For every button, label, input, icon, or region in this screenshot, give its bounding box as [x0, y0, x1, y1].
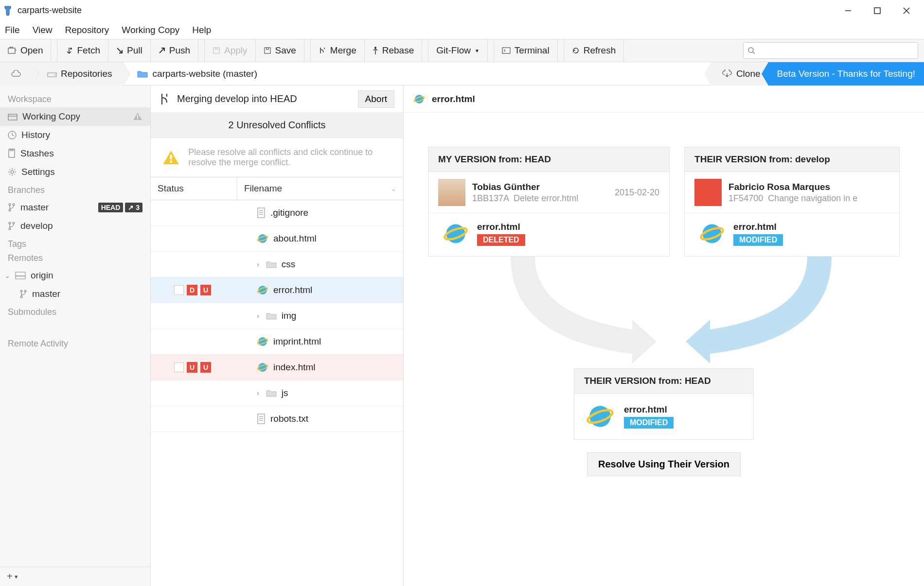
- file-name: img: [282, 310, 297, 321]
- menu-help[interactable]: Help: [192, 25, 211, 35]
- apply-button[interactable]: Apply: [204, 39, 256, 62]
- sidebar-remote-origin[interactable]: ⌄ origin: [0, 266, 150, 285]
- menu-file[interactable]: File: [5, 25, 20, 35]
- terminal-button[interactable]: Terminal: [494, 39, 558, 62]
- remote-icon: [15, 272, 26, 279]
- branch-icon: [8, 222, 16, 230]
- svg-point-22: [13, 204, 15, 206]
- clone-button[interactable]: Clone: [711, 62, 768, 86]
- checkbox[interactable]: [174, 362, 184, 372]
- rebase-icon: [373, 47, 378, 54]
- push-button[interactable]: Push: [151, 39, 198, 62]
- file-name: about.html: [273, 233, 317, 244]
- crumb-repositories[interactable]: Repositories: [33, 62, 124, 86]
- col-filename[interactable]: Filename⌄: [237, 177, 403, 200]
- file-row[interactable]: robots.txt: [151, 406, 403, 432]
- file-row[interactable]: ›js: [151, 380, 403, 406]
- sidebar-stashes[interactable]: Stashes: [0, 144, 150, 163]
- status-deleted: DELETED: [477, 234, 525, 246]
- menu-repository[interactable]: Repository: [65, 25, 109, 35]
- file-icon: [266, 389, 277, 397]
- svg-rect-14: [8, 114, 17, 120]
- menu-working-copy[interactable]: Working Copy: [122, 25, 179, 35]
- their-version-card: THEIR VERSION from: develop Fabricio Ros…: [684, 147, 900, 257]
- stashes-icon: [8, 149, 16, 158]
- file-icon: [257, 362, 268, 373]
- cloud-download-icon: [722, 69, 732, 78]
- status-modified: MODIFIED: [624, 417, 674, 429]
- app-icon: [3, 5, 13, 17]
- svg-rect-46: [258, 414, 265, 424]
- terminal-icon: [502, 47, 511, 54]
- svg-rect-34: [258, 208, 265, 218]
- svg-point-13: [54, 74, 55, 75]
- file-row[interactable]: imprint.html: [151, 329, 403, 355]
- dropdown-icon[interactable]: ▼: [14, 574, 19, 580]
- close-button[interactable]: [892, 1, 921, 20]
- svg-text:!: !: [137, 114, 139, 121]
- ie-icon: [413, 93, 425, 105]
- svg-point-20: [11, 171, 14, 173]
- sidebar-working-copy[interactable]: Working Copy !: [0, 107, 150, 126]
- file-icon: [257, 233, 268, 244]
- fetch-button[interactable]: Fetch: [57, 39, 108, 62]
- avatar: [438, 179, 465, 206]
- file-row[interactable]: ›img: [151, 303, 403, 329]
- svg-rect-1: [874, 8, 880, 14]
- file-row[interactable]: about.html: [151, 226, 403, 252]
- sidebar-branch-master[interactable]: master HEAD ↗ 3: [0, 198, 150, 217]
- avatar: [694, 179, 722, 206]
- rebase-button[interactable]: Rebase: [365, 39, 423, 62]
- status-badge: U: [200, 285, 211, 295]
- ie-icon: [443, 221, 468, 246]
- crumb-cloud[interactable]: [0, 62, 33, 86]
- merge-header: Merging develop into HEAD Abort: [151, 86, 403, 113]
- svg-point-21: [9, 204, 11, 206]
- file-name: imprint.html: [273, 336, 321, 347]
- folder-icon: [137, 69, 148, 78]
- svg-line-11: [753, 52, 755, 54]
- my-version-commit: Tobias Günther 1BB137A Delete error.html…: [428, 172, 669, 213]
- open-button[interactable]: Open: [0, 39, 51, 62]
- crumb-repo[interactable]: carparts-website (master): [124, 62, 267, 86]
- pull-button[interactable]: Pull: [108, 39, 151, 62]
- sidebar-history[interactable]: History: [0, 126, 150, 144]
- checkbox[interactable]: [174, 285, 184, 295]
- merge-button[interactable]: Merge: [310, 39, 365, 62]
- conflicts-message: Please resolve all conflicts and click c…: [151, 138, 403, 177]
- their-version-commit: Fabricio Rosa Marques 1F54700 Change nav…: [685, 172, 899, 213]
- menu-view[interactable]: View: [33, 25, 53, 35]
- main: Workspace Working Copy ! History Stashes…: [0, 86, 924, 586]
- search-box[interactable]: [743, 42, 918, 59]
- sidebar-settings[interactable]: Settings: [0, 163, 150, 181]
- abort-button[interactable]: Abort: [358, 90, 394, 108]
- gitflow-button[interactable]: Git-Flow▼: [428, 39, 488, 62]
- svg-point-10: [748, 48, 753, 52]
- file-row[interactable]: .gitignore: [151, 200, 403, 226]
- warning-icon: !: [133, 112, 142, 121]
- right-panel: error.html MY VERSION from: HEAD Tobias …: [404, 86, 924, 586]
- working-copy-icon: [8, 113, 18, 121]
- svg-rect-6: [213, 48, 219, 53]
- maximize-button[interactable]: [863, 1, 892, 20]
- svg-rect-9: [502, 48, 510, 53]
- svg-point-5: [70, 48, 72, 50]
- svg-point-30: [24, 290, 26, 292]
- file-row[interactable]: ›css: [151, 252, 403, 277]
- sidebar-remote-master[interactable]: master: [0, 285, 150, 303]
- svg-point-8: [374, 47, 376, 49]
- resolve-button[interactable]: Resolve Using Their Version: [587, 452, 741, 476]
- open-icon: [8, 47, 17, 54]
- add-button[interactable]: +: [7, 571, 13, 582]
- history-icon: [8, 131, 17, 139]
- file-row[interactable]: UUindex.html: [151, 355, 403, 380]
- save-button[interactable]: Save: [256, 39, 304, 62]
- search-input[interactable]: [758, 46, 914, 56]
- refresh-button[interactable]: Refresh: [564, 39, 624, 62]
- merge-icon: [160, 93, 169, 105]
- file-row[interactable]: DUerror.html: [151, 277, 403, 303]
- col-status[interactable]: Status: [151, 177, 237, 200]
- sidebar-branch-develop[interactable]: develop: [0, 217, 150, 235]
- minimize-button[interactable]: [834, 1, 863, 20]
- sidebar-remote-activity-header: Remote Activity: [0, 335, 150, 352]
